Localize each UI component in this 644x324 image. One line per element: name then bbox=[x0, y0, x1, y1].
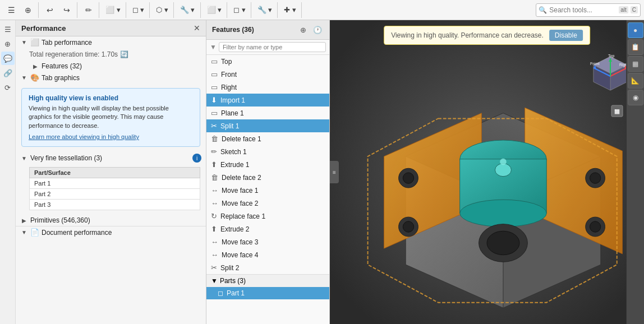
svg-point-8 bbox=[460, 200, 546, 226]
measure-button[interactable]: ◻ ▾ bbox=[231, 2, 249, 18]
feature-item[interactable]: 🗑Delete face 2 bbox=[206, 171, 329, 184]
cube-nav-widget[interactable]: ⬜ bbox=[610, 104, 624, 123]
tab-graphics-row[interactable]: ▼ 🎨 Tab graphics bbox=[16, 72, 206, 84]
rt-display-button[interactable]: 📋 bbox=[628, 39, 643, 55]
parts-sub-item[interactable]: ◻Part 1 bbox=[206, 287, 329, 299]
doc-performance-label: Document performance bbox=[42, 229, 201, 237]
primitives-row[interactable]: ▶ Primitives (546,360) bbox=[16, 215, 206, 226]
features-add-button[interactable]: ⊕ bbox=[297, 24, 309, 36]
feature-item[interactable]: ⬇Import 1 bbox=[206, 94, 329, 107]
filter-icon: ▼ bbox=[210, 43, 217, 51]
features-panel: Features (36) ⊕ 🕐 ▼ ▭Top▭Front▭Right⬇Imp… bbox=[206, 20, 330, 324]
viewport: Viewing in high quality. Performance can… bbox=[330, 20, 644, 324]
part-icon: ◻ bbox=[218, 289, 223, 297]
feature-item[interactable]: ⬆Extrude 2 bbox=[206, 223, 329, 235]
tools-button[interactable]: 🔧 ▾ bbox=[177, 2, 198, 18]
search-icon: 🔍 bbox=[539, 6, 547, 14]
parts-expand-icon: ▼ bbox=[211, 277, 218, 285]
edit-group: ✏ bbox=[81, 2, 99, 18]
feature-item[interactable]: ⬆Extrude 1 bbox=[206, 158, 329, 171]
svg-point-13 bbox=[403, 221, 413, 232]
feature-item[interactable]: ▭Front bbox=[206, 68, 329, 81]
view-mode-group: ⬜ ▾ bbox=[103, 2, 126, 18]
table-row[interactable]: Part 1 bbox=[30, 178, 200, 189]
edit-button[interactable]: ✏ bbox=[81, 2, 96, 18]
undo-button[interactable]: ↩ bbox=[42, 2, 58, 18]
panel-scroll: ▼ ⬜ Tab performance Total regeneration t… bbox=[16, 36, 206, 324]
table-row[interactable]: Part 3 bbox=[30, 200, 200, 210]
feature-item[interactable]: ✏Sketch 1 bbox=[206, 145, 329, 158]
rt-highlight-button[interactable]: ● bbox=[628, 22, 643, 38]
filter-input[interactable] bbox=[219, 42, 326, 52]
feature-item[interactable]: 🗑Delete face 1 bbox=[206, 132, 329, 145]
select-button[interactable]: ✚ ▾ bbox=[281, 2, 299, 18]
notification-text: Viewing in high quality. Performance can… bbox=[391, 31, 544, 39]
feature-item[interactable]: ✂Split 1 bbox=[206, 119, 329, 132]
tessellation-section: ▼ Very fine tessellation (3) i Part/Surf… bbox=[16, 151, 206, 210]
features-history-button[interactable]: 🕐 bbox=[311, 24, 324, 36]
regen-time-icon: 🔄 bbox=[120, 50, 128, 58]
view-button2[interactable]: ⬜ ▾ bbox=[204, 2, 225, 18]
sidebar-chat-icon[interactable]: 💬 bbox=[1, 52, 15, 65]
features-count-label: Features (32) bbox=[42, 62, 201, 70]
feature-item[interactable]: ▭Plane 1 bbox=[206, 107, 329, 119]
panel-header: Performance ✕ bbox=[16, 20, 206, 36]
nav-icons: ☰ ⊕ bbox=[3, 2, 39, 18]
sketch-mode-button[interactable]: ⬜ ▾ bbox=[103, 2, 123, 18]
feature-item-icon: ✏ bbox=[211, 147, 217, 156]
sidebar-nav-icon[interactable]: ☰ bbox=[1, 22, 15, 36]
info-button[interactable]: i bbox=[192, 154, 201, 163]
menu-icon[interactable]: ☰ bbox=[3, 2, 19, 18]
sidebar-link-icon[interactable]: 🔗 bbox=[1, 66, 15, 80]
feature-item[interactable]: ↔Move face 2 bbox=[206, 197, 329, 210]
notification-disable-button[interactable]: Disable bbox=[549, 30, 583, 41]
feature-item-icon: ⬆ bbox=[211, 225, 217, 233]
parts-section-header[interactable]: ▼Parts (3) bbox=[206, 274, 329, 287]
search-badge-c: C bbox=[631, 6, 638, 13]
rt-explode-button[interactable]: ◉ bbox=[628, 90, 643, 105]
rt-measure-button[interactable]: 📐 bbox=[628, 73, 643, 89]
display-button[interactable]: ◻ ▾ bbox=[130, 2, 148, 18]
table-row[interactable]: Part 2 bbox=[30, 189, 200, 200]
viewport-collapse-button[interactable]: ≡ bbox=[330, 161, 339, 183]
right-mini-toolbar: ● 📋 ▦ 📐 ◉ bbox=[626, 20, 644, 324]
feature-item-icon: ✂ bbox=[211, 263, 217, 272]
feature-item[interactable]: ▭Right bbox=[206, 81, 329, 94]
doc-perf-icon: 📄 bbox=[30, 228, 39, 237]
panel-close-button[interactable]: ✕ bbox=[194, 24, 200, 33]
feature-item-icon: ▭ bbox=[211, 109, 218, 117]
feature-item[interactable]: ↻Replace face 1 bbox=[206, 210, 329, 223]
doc-performance-row[interactable]: ▼ 📄 Document performance bbox=[16, 226, 206, 238]
feature-item[interactable]: ↔Move face 1 bbox=[206, 184, 329, 197]
feature-item-icon: ▭ bbox=[211, 83, 218, 91]
top-toolbar: ☰ ⊕ ↩ ↪ ✏ ⬜ ▾ ◻ ▾ ⬡ ▾ 🔧 ▾ ⬜ ▾ ◻ ▾ 🔧 ▾ ✚ … bbox=[0, 0, 644, 20]
feature-item[interactable]: ↔Move face 3 bbox=[206, 235, 329, 248]
feature-item[interactable]: ▭Top bbox=[206, 55, 329, 68]
select-group: ✚ ▾ bbox=[281, 2, 302, 18]
feature-item[interactable]: ✂Split 2 bbox=[206, 261, 329, 274]
section-button[interactable]: ⬡ ▾ bbox=[153, 2, 171, 18]
svg-point-17 bbox=[590, 221, 600, 232]
features-panel-header: Features (36) ⊕ 🕐 bbox=[206, 20, 329, 40]
search-input[interactable] bbox=[549, 6, 617, 14]
feature-item[interactable]: ↔Move face 4 bbox=[206, 248, 329, 261]
rt-filter-button[interactable]: ▦ bbox=[628, 56, 643, 72]
left-panel: Performance ✕ ▼ ⬜ Tab performance Total … bbox=[16, 20, 206, 324]
tab-icon: ⬜ bbox=[30, 38, 39, 47]
feature-item-icon: ⬆ bbox=[211, 160, 217, 169]
tessellation-header-row[interactable]: ▼ Very fine tessellation (3) i bbox=[16, 151, 206, 165]
info-box-link[interactable]: Learn more about viewing in high quality bbox=[29, 133, 139, 140]
features-count-row[interactable]: ▶ Features (32) bbox=[16, 61, 206, 72]
part-label: Part 1 bbox=[227, 289, 245, 297]
transform-button[interactable]: 🔧 ▾ bbox=[255, 2, 275, 18]
measure-group: ◻ ▾ bbox=[231, 2, 251, 18]
sidebar-add-icon[interactable]: ⊕ bbox=[1, 37, 15, 50]
panel-title: Performance bbox=[21, 24, 66, 33]
tab-performance-row[interactable]: ▼ ⬜ Tab performance bbox=[16, 36, 206, 48]
sidebar-refresh-icon[interactable]: ⟳ bbox=[1, 81, 15, 94]
add-icon[interactable]: ⊕ bbox=[20, 2, 36, 18]
undo-redo-group: ↩ ↪ bbox=[42, 2, 77, 18]
feature-item-label: Top bbox=[221, 58, 232, 66]
tab-graphics-icon: 🎨 bbox=[30, 73, 39, 82]
redo-button[interactable]: ↪ bbox=[59, 2, 75, 18]
